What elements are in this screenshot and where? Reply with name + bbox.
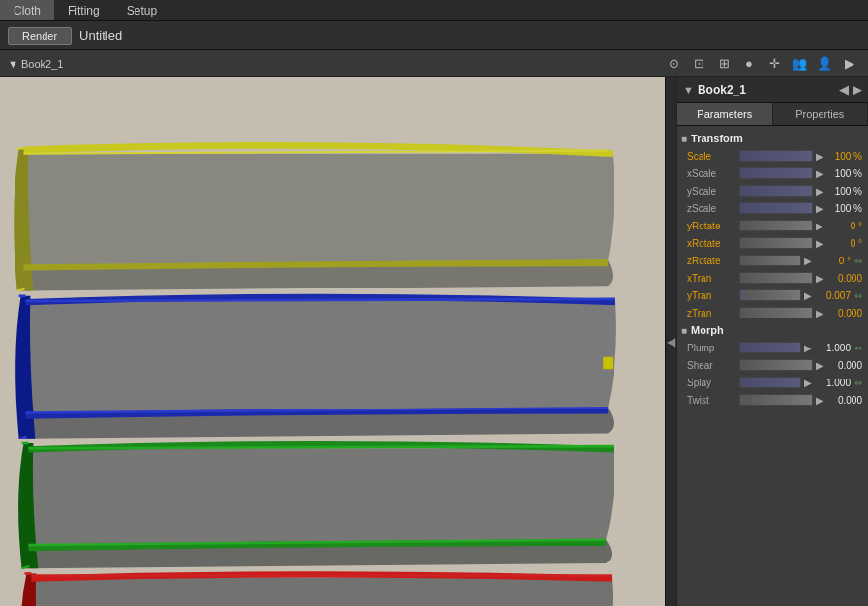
prop-ytran: yTran ▶ 0.007 ⇔ — [677, 287, 868, 304]
scale-slider-track[interactable] — [739, 150, 813, 162]
side-collapse-button[interactable]: ◀ — [665, 77, 676, 606]
xrotate-arrow[interactable]: ▶ — [816, 238, 823, 249]
yscale-slider-fill — [740, 186, 812, 196]
shear-slider-track[interactable] — [739, 359, 813, 371]
menu-cloth[interactable]: Cloth — [0, 0, 54, 20]
ztran-label: zTran — [687, 308, 735, 318]
prop-zscale: zScale ▶ 100 % — [677, 199, 868, 217]
prop-plump: Plump ▶ 1.000 ⇔ — [677, 339, 868, 356]
scale-value: 100 % — [827, 151, 862, 162]
plump-value: 1.000 — [816, 343, 851, 353]
yscale-slider-track[interactable] — [739, 185, 813, 197]
plus-icon[interactable]: ✛ — [763, 53, 785, 75]
twist-label: Twist — [687, 395, 735, 406]
twist-slider-container: ▶ — [739, 394, 823, 406]
panel-next-arrow[interactable]: ▶ — [853, 82, 862, 97]
twist-arrow[interactable]: ▶ — [816, 395, 823, 406]
splay-link-icon[interactable]: ⇔ — [854, 378, 862, 388]
morph-label: Morph — [691, 324, 724, 336]
xtran-value: 0.000 — [827, 273, 862, 284]
zrotate-label: zRotate — [687, 256, 735, 266]
plump-arrow[interactable]: ▶ — [804, 343, 812, 353]
splay-slider-track[interactable] — [739, 377, 801, 388]
shear-label: Shear — [687, 360, 735, 371]
panel-collapse-icon[interactable]: ▼ — [683, 84, 694, 96]
menu-fitting[interactable]: Fitting — [54, 0, 113, 20]
tab-properties[interactable]: Properties — [773, 103, 869, 125]
xscale-slider-track[interactable] — [739, 167, 813, 179]
plump-slider-container: ▶ — [739, 342, 812, 353]
morph-section-header[interactable]: ■ Morph — [677, 321, 868, 339]
plump-slider-fill — [740, 343, 800, 352]
zscale-slider-track[interactable] — [739, 202, 813, 214]
person-icon[interactable]: 👤 — [814, 53, 835, 75]
prop-yscale: yScale ▶ 100 % — [677, 182, 868, 199]
prop-xtran: xTran ▶ 0.000 — [677, 269, 868, 287]
zrotate-value: 0 ° — [816, 256, 851, 266]
zrotate-slider-track[interactable] — [739, 255, 801, 266]
frame-icon[interactable]: ⊞ — [713, 53, 734, 75]
yscale-arrow[interactable]: ▶ — [816, 186, 823, 197]
panel-header: ▼ Book2_1 ◀ ▶ — [677, 77, 868, 103]
plump-slider-track[interactable] — [739, 342, 801, 353]
ytran-slider-track[interactable] — [739, 289, 801, 301]
yrotate-arrow[interactable]: ▶ — [816, 221, 823, 231]
prop-twist: Twist ▶ 0.000 — [677, 391, 868, 409]
dot-icon[interactable]: ● — [738, 53, 760, 75]
twist-slider-track[interactable] — [739, 394, 813, 406]
camera-icon[interactable]: ⊙ — [663, 53, 684, 75]
panel-prev-arrow[interactable]: ◀ — [839, 82, 849, 97]
ytran-label: yTran — [687, 290, 735, 301]
plump-link-icon[interactable]: ⇔ — [854, 343, 862, 353]
ztran-slider-track[interactable] — [739, 307, 813, 318]
splay-label: Splay — [687, 378, 735, 388]
xscale-slider-container: ▶ — [739, 167, 823, 179]
yrotate-slider-container: ▶ — [739, 220, 823, 231]
render-button[interactable]: Render — [8, 27, 72, 45]
panel-tabs: Parameters Properties — [677, 103, 868, 126]
yrotate-slider-track[interactable] — [739, 220, 813, 231]
xtran-slider-track[interactable] — [739, 272, 813, 284]
transform-section-header[interactable]: ■ Transform — [677, 130, 868, 147]
yrotate-value: 0 ° — [827, 221, 862, 231]
scale-slider-fill — [740, 151, 812, 161]
people-icon[interactable]: 👥 — [789, 53, 810, 75]
yrotate-label: yRotate — [687, 221, 735, 231]
render-view-icon[interactable]: ⊡ — [688, 53, 709, 75]
xscale-value: 100 % — [827, 168, 862, 179]
xscale-slider-fill — [740, 168, 812, 178]
shear-arrow[interactable]: ▶ — [816, 360, 823, 371]
transform-collapse-icon: ■ — [681, 134, 687, 144]
scale-arrow[interactable]: ▶ — [816, 151, 823, 162]
xtran-arrow[interactable]: ▶ — [816, 273, 823, 284]
xscale-label: xScale — [687, 168, 735, 179]
ytran-slider-container: ▶ — [739, 289, 812, 301]
zrotate-arrow[interactable]: ▶ — [804, 256, 812, 266]
zrotate-link-icon[interactable]: ⇔ — [854, 256, 862, 266]
splay-arrow[interactable]: ▶ — [804, 378, 812, 388]
xrotate-label: xRotate — [687, 238, 735, 249]
ztran-slider-container: ▶ — [739, 307, 823, 318]
prop-zrotate: zRotate ▶ 0 ° ⇔ — [677, 252, 868, 269]
prop-xscale: xScale ▶ 100 % — [677, 165, 868, 182]
tab-parameters[interactable]: Parameters — [677, 103, 773, 125]
viewport[interactable]: era — [0, 77, 665, 606]
morph-collapse-icon: ■ — [681, 325, 687, 336]
splay-value: 1.000 — [816, 378, 851, 388]
zrotate-slider-container: ▶ — [739, 255, 812, 266]
more-icon[interactable]: ▶ — [839, 53, 860, 75]
ytran-link-icon[interactable]: ⇔ — [854, 290, 862, 301]
panel-content: ■ Transform Scale ▶ 100 % xScale — [677, 126, 868, 606]
zscale-arrow[interactable]: ▶ — [816, 203, 823, 214]
ztran-arrow[interactable]: ▶ — [816, 308, 823, 318]
xtran-label: xTran — [687, 273, 735, 284]
scale-slider-container: ▶ — [739, 150, 823, 162]
toolbar-bar: ▼ Book2_1 ⊙ ⊡ ⊞ ● ✛ 👥 👤 ▶ — [0, 50, 868, 77]
xscale-arrow[interactable]: ▶ — [816, 168, 823, 179]
menu-setup[interactable]: Setup — [113, 0, 170, 20]
xrotate-slider-track[interactable] — [739, 237, 813, 249]
yscale-slider-container: ▶ — [739, 185, 823, 197]
shear-value: 0.000 — [827, 360, 862, 371]
ytran-arrow[interactable]: ▶ — [804, 290, 812, 301]
prop-ztran: zTran ▶ 0.000 — [677, 304, 868, 321]
